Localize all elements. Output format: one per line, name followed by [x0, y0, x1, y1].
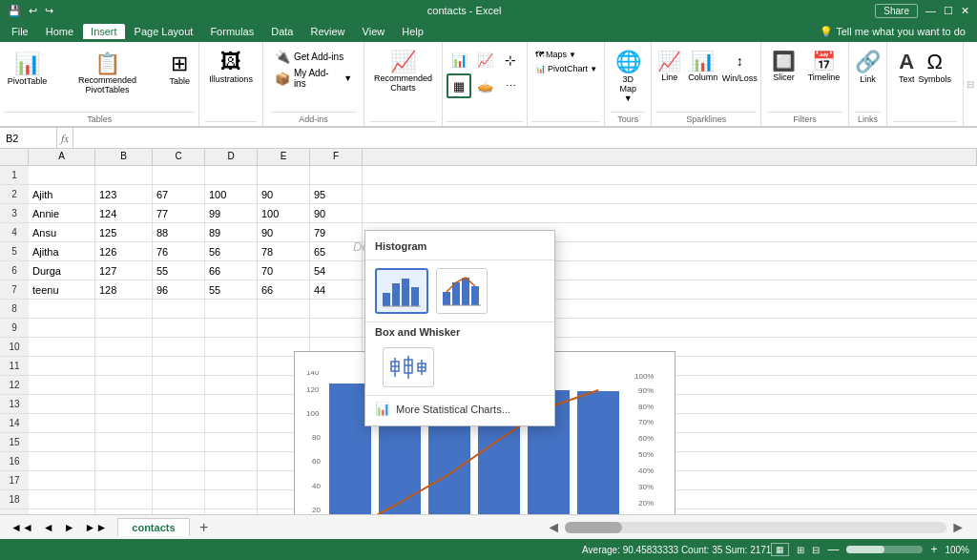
- cell-r9-c5[interactable]: [310, 319, 363, 338]
- 3d-map-button[interactable]: 🌐 3DMap ▼: [611, 46, 645, 112]
- cell-r4-c5[interactable]: 79: [310, 223, 363, 242]
- cell-r16-c0[interactable]: [29, 452, 95, 471]
- cell-r5-c5[interactable]: 65: [310, 242, 363, 261]
- header-cell-5[interactable]: [310, 166, 363, 185]
- zoom-in-button[interactable]: +: [930, 543, 937, 556]
- cell-r5-c0[interactable]: Ajitha: [29, 242, 95, 261]
- cell-r5-c4[interactable]: 78: [258, 242, 310, 261]
- table-button[interactable]: ⊞ Table: [164, 50, 195, 88]
- line-sparkline-button[interactable]: 📈 Line: [655, 50, 684, 82]
- cell-r8-c5[interactable]: [310, 300, 363, 319]
- slicer-button[interactable]: 🔲 Slicer: [767, 50, 801, 82]
- cell-r13-c3[interactable]: [205, 395, 258, 414]
- sheet-tab-contacts[interactable]: contacts: [117, 518, 189, 536]
- cell-r9-c0[interactable]: [29, 319, 95, 338]
- more-statistical-charts-link[interactable]: 📊 More Statistical Charts...: [365, 395, 554, 422]
- cell-r8-c3[interactable]: [205, 300, 258, 319]
- cell-r3-c3[interactable]: 99: [205, 204, 258, 223]
- cell-r11-c1[interactable]: [95, 357, 153, 376]
- histogram-option-2[interactable]: [436, 268, 488, 314]
- menu-insert[interactable]: Insert: [83, 24, 125, 39]
- cell-r2-c2[interactable]: 67: [153, 185, 205, 204]
- cell-r4-c4[interactable]: 90: [258, 223, 310, 242]
- menu-review[interactable]: Review: [302, 24, 352, 39]
- cell-r6-c5[interactable]: 54: [310, 261, 363, 280]
- cell-r5-c2[interactable]: 76: [153, 242, 205, 261]
- cell-r16-c3[interactable]: [205, 452, 258, 471]
- cell-r2-c0[interactable]: Ajith: [29, 185, 95, 204]
- pivot-table-button[interactable]: 📊 PivotTable: [4, 50, 51, 88]
- cell-r8-c0[interactable]: [29, 300, 95, 319]
- cell-r19-c3[interactable]: [205, 509, 258, 514]
- cell-r9-c1[interactable]: [95, 319, 153, 338]
- menu-help[interactable]: Help: [394, 24, 431, 39]
- cell-r5-c1[interactable]: 126: [95, 242, 153, 261]
- maximize-button[interactable]: ☐: [944, 5, 953, 17]
- cell-r7-c2[interactable]: 96: [153, 280, 205, 300]
- cell-r3-c2[interactable]: 77: [153, 204, 205, 223]
- cell-r13-c2[interactable]: [153, 395, 205, 414]
- cell-r10-c0[interactable]: [29, 338, 95, 357]
- redo-icon[interactable]: ↪: [45, 5, 53, 17]
- menu-formulas[interactable]: Formulas: [202, 24, 261, 39]
- cell-r12-c1[interactable]: [95, 376, 153, 395]
- cell-r11-c2[interactable]: [153, 357, 205, 376]
- cell-r2-c4[interactable]: 90: [258, 185, 310, 204]
- symbols-button[interactable]: Ω Symbols: [918, 50, 951, 84]
- horizontal-scroll-left[interactable]: ◄: [546, 519, 561, 536]
- chart-bar-icon[interactable]: 📊: [447, 48, 471, 73]
- cell-r3-c5[interactable]: 90: [310, 204, 363, 223]
- minimize-button[interactable]: —: [925, 5, 936, 16]
- horizontal-scrollbar[interactable]: [565, 522, 946, 533]
- cell-r18-c3[interactable]: [205, 490, 258, 509]
- horizontal-scroll-right[interactable]: ►: [950, 519, 966, 536]
- cell-r6-c3[interactable]: 66: [205, 261, 258, 280]
- cell-r16-c1[interactable]: [95, 452, 153, 471]
- cell-r6-c1[interactable]: 127: [95, 261, 153, 280]
- cell-r14-c0[interactable]: [29, 414, 95, 433]
- cell-r19-c2[interactable]: [153, 509, 205, 514]
- cell-r9-c2[interactable]: [153, 319, 205, 338]
- chart-more-icon[interactable]: ⋯: [498, 73, 523, 98]
- zoom-slider[interactable]: [846, 546, 923, 553]
- text-button[interactable]: A Text: [899, 50, 915, 84]
- cell-r5-c3[interactable]: 56: [205, 242, 258, 261]
- chart-scatter-icon[interactable]: ⊹: [498, 48, 523, 73]
- menu-file[interactable]: File: [4, 24, 36, 39]
- cell-r7-c4[interactable]: 66: [258, 280, 310, 300]
- cell-r4-c3[interactable]: 89: [205, 223, 258, 242]
- maps-button[interactable]: 🗺 Maps ▼: [531, 48, 600, 61]
- header-cell-3[interactable]: [205, 166, 258, 185]
- recommended-charts-button[interactable]: 📈 RecommendedCharts: [370, 46, 436, 121]
- illustrations-button[interactable]: 🖼 Illustrations: [205, 46, 257, 121]
- close-button[interactable]: ✕: [961, 5, 969, 17]
- ribbon-resize-handle[interactable]: ⊟: [964, 42, 977, 126]
- header-cell-1[interactable]: [95, 166, 153, 185]
- cell-r10-c2[interactable]: [153, 338, 205, 357]
- undo-icon[interactable]: ↩: [29, 5, 37, 17]
- cell-r18-c0[interactable]: [29, 490, 95, 509]
- cell-r15-c2[interactable]: [153, 433, 205, 452]
- cell-r6-c4[interactable]: 70: [258, 261, 310, 280]
- name-box[interactable]: B2: [0, 128, 57, 148]
- page-layout-view-icon[interactable]: ⊞: [797, 545, 804, 555]
- header-cell-2[interactable]: [153, 166, 205, 185]
- column-sparkline-button[interactable]: 📊 Column: [686, 50, 720, 82]
- menu-view[interactable]: View: [355, 24, 393, 39]
- chart-histogram-icon[interactable]: ▦: [447, 73, 471, 98]
- cell-r7-c0[interactable]: teenu: [29, 280, 95, 300]
- cell-r19-c0[interactable]: [29, 509, 95, 514]
- cell-r12-c3[interactable]: [205, 376, 258, 395]
- cell-r16-c2[interactable]: [153, 452, 205, 471]
- cell-r2-c3[interactable]: 100: [205, 185, 258, 204]
- share-button[interactable]: Share: [875, 4, 918, 18]
- cell-r13-c0[interactable]: [29, 395, 95, 414]
- cell-r9-c3[interactable]: [205, 319, 258, 338]
- page-break-view-icon[interactable]: ⊟: [812, 545, 820, 555]
- cell-r13-c1[interactable]: [95, 395, 153, 414]
- cell-r7-c3[interactable]: 55: [205, 280, 258, 300]
- zoom-level[interactable]: 100%: [945, 545, 969, 555]
- cell-r18-c2[interactable]: [153, 490, 205, 509]
- cell-r14-c2[interactable]: [153, 414, 205, 433]
- cell-r2-c5[interactable]: 95: [310, 185, 363, 204]
